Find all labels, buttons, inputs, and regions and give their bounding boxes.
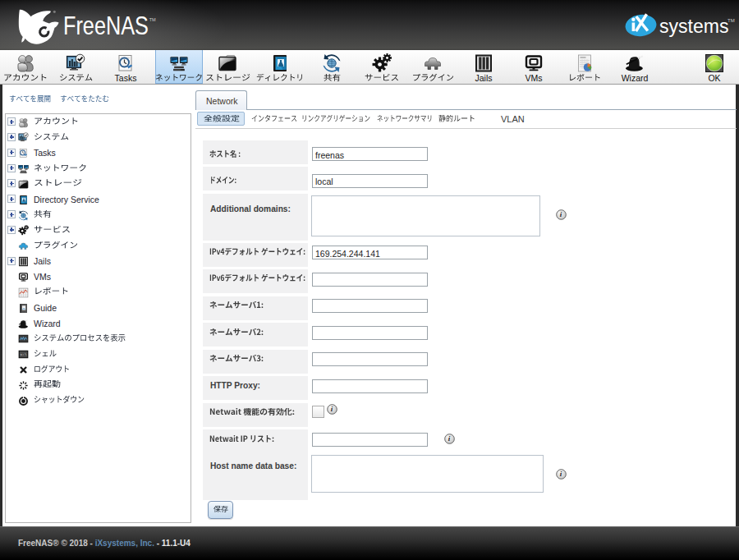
svg-text:C:\: C:\	[21, 352, 27, 356]
